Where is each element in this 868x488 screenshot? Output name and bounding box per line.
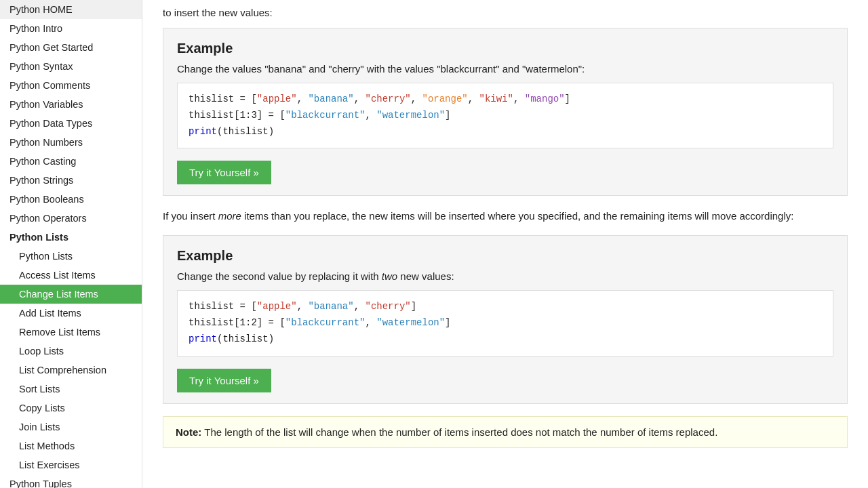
main-content: to insert the new values: Example Change… <box>142 0 868 488</box>
example1-desc: Change the values "banana" and "cherry" … <box>177 63 833 75</box>
note-box: Note: The length of the list will change… <box>163 416 848 448</box>
code-block-1: thislist = ["apple", "banana", "cherry",… <box>177 83 833 148</box>
between-text-1: If you insert more items than you replac… <box>163 196 848 235</box>
sidebar-item-python-home[interactable]: Python HOME <box>0 0 142 19</box>
sidebar-item-python-intro[interactable]: Python Intro <box>0 19 142 38</box>
sidebar-item-list-exercises[interactable]: List Exercises <box>0 455 142 474</box>
sidebar-item-python-tuples[interactable]: Python Tuples <box>0 474 142 488</box>
example2-title: Example <box>177 248 833 264</box>
sidebar-item-python-numbers[interactable]: Python Numbers <box>0 133 142 152</box>
sidebar-item-loop-lists[interactable]: Loop Lists <box>0 342 142 361</box>
sidebar-item-python-comments[interactable]: Python Comments <box>0 76 142 95</box>
example1-title: Example <box>177 41 833 56</box>
top-intro-text: to insert the new values: <box>163 0 848 28</box>
sidebar-item-copy-lists[interactable]: Copy Lists <box>0 399 142 418</box>
sidebar-item-change-list-items[interactable]: Change List Items <box>0 285 142 304</box>
sidebar-item-python-data-types[interactable]: Python Data Types <box>0 114 142 133</box>
try-btn-1[interactable]: Try it Yourself » <box>177 161 271 184</box>
sidebar-item-python-operators[interactable]: Python Operators <box>0 209 142 228</box>
sidebar-item-python-strings[interactable]: Python Strings <box>0 171 142 190</box>
sidebar-item-python-lists[interactable]: Python Lists <box>0 228 142 247</box>
sidebar-item-python-lists[interactable]: Python Lists <box>0 247 142 266</box>
sidebar: Python HOMEPython IntroPython Get Starte… <box>0 0 142 488</box>
code-block-2: thislist = ["apple", "banana", "cherry"]… <box>177 290 833 356</box>
note-label: Note: <box>176 426 201 438</box>
example-box-2: Example Change the second value by repla… <box>163 235 848 403</box>
example2-desc: Change the second value by replacing it … <box>177 270 833 282</box>
sidebar-item-add-list-items[interactable]: Add List Items <box>0 304 142 323</box>
sidebar-item-python-variables[interactable]: Python Variables <box>0 95 142 114</box>
sidebar-item-remove-list-items[interactable]: Remove List Items <box>0 323 142 342</box>
sidebar-item-python-get-started[interactable]: Python Get Started <box>0 38 142 57</box>
sidebar-item-list-comprehension[interactable]: List Comprehension <box>0 361 142 380</box>
try-btn-2[interactable]: Try it Yourself » <box>177 369 271 392</box>
sidebar-item-python-syntax[interactable]: Python Syntax <box>0 57 142 76</box>
sidebar-item-join-lists[interactable]: Join Lists <box>0 418 142 436</box>
sidebar-item-access-list-items[interactable]: Access List Items <box>0 266 142 285</box>
note-text: The length of the list will change when … <box>201 426 717 438</box>
sidebar-item-list-methods[interactable]: List Methods <box>0 436 142 455</box>
example-box-1: Example Change the values "banana" and "… <box>163 28 848 196</box>
sidebar-item-python-booleans[interactable]: Python Booleans <box>0 190 142 209</box>
sidebar-item-python-casting[interactable]: Python Casting <box>0 152 142 171</box>
sidebar-item-sort-lists[interactable]: Sort Lists <box>0 380 142 399</box>
